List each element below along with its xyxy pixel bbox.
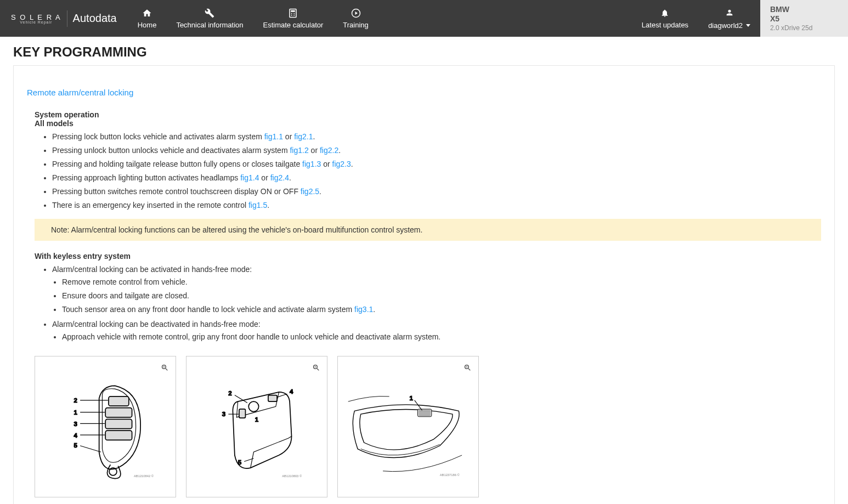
svg-rect-8 [105, 407, 132, 417]
zoom-icon[interactable] [461, 361, 474, 374]
svg-rect-10 [105, 431, 132, 440]
fig-link[interactable]: fig3.1 [354, 305, 373, 314]
list-item: Pressing and holding tailgate release bu… [52, 157, 821, 171]
content-pane: Remote alarm/central locking System oper… [13, 65, 835, 504]
vehicle-make: BMW [770, 5, 838, 14]
nav-estimate[interactable]: Estimate calculator [253, 0, 333, 37]
section-link-remote-alarm[interactable]: Remote alarm/central locking [27, 88, 821, 97]
svg-point-3 [294, 13, 295, 14]
list-item: There is an emergency key inserted in th… [52, 199, 821, 212]
svg-text:AB1210842 ©: AB1210842 © [134, 474, 154, 478]
logo-solera: S O L E R A Vehicle Repair [11, 13, 61, 24]
main-nav: Home Technical information Estimate calc… [128, 0, 378, 37]
list-item: Approach vehicle with remote control, gr… [62, 330, 821, 344]
nav-tech-label: Technical information [176, 21, 243, 29]
svg-rect-9 [105, 419, 132, 428]
nav-user-label: diagworld2 [708, 21, 743, 30]
figure-frame[interactable]: 2 3 1 4 5 AB1210803 © [186, 356, 327, 497]
fig-link[interactable]: fig1.1 [264, 132, 283, 141]
svg-rect-7 [109, 397, 129, 406]
keyless-list: Alarm/central locking can be activated i… [27, 263, 821, 345]
header-right: Latest updates diagworld2 BMW X5 2.0 xDr… [632, 0, 848, 37]
home-icon [142, 8, 152, 19]
figure-2: 2 3 1 4 5 AB1210803 © Fig. fig2 [186, 356, 327, 504]
list-item: Pressing approach lighting button activa… [52, 171, 821, 185]
svg-text:5: 5 [74, 442, 77, 449]
logo-divider [67, 10, 67, 27]
nav-home[interactable]: Home [128, 0, 167, 37]
svg-point-4 [291, 15, 292, 16]
fig-link[interactable]: fig2.1 [294, 132, 313, 141]
fig-link[interactable]: fig2.5 [301, 187, 319, 196]
svg-text:1: 1 [74, 409, 77, 416]
logo-autodata: Autodata [73, 12, 117, 25]
fig-link[interactable]: fig2.2 [320, 146, 338, 155]
nav-tech[interactable]: Technical information [166, 0, 253, 37]
figure-frame[interactable]: 2 1 3 4 5 AB1210842 © [35, 356, 176, 497]
fig-link[interactable]: fig1.3 [302, 160, 321, 168]
zoom-icon[interactable] [309, 361, 323, 374]
vehicle-panel[interactable]: BMW X5 2.0 xDrive 25d [760, 0, 848, 37]
svg-point-2 [291, 13, 292, 14]
svg-text:AB1210803 ©: AB1210803 © [282, 474, 302, 478]
figure-frame[interactable]: 1 AB1237186 © [337, 356, 479, 497]
svg-rect-1 [291, 10, 296, 12]
all-models-heading: All models [27, 119, 821, 128]
fig-link[interactable]: fig1.5 [248, 201, 267, 209]
logo-subtext: Vehicle Repair [20, 20, 52, 24]
svg-text:4: 4 [290, 388, 293, 395]
nav-estimate-label: Estimate calculator [263, 21, 324, 29]
text: Alarm/central locking can be activated i… [52, 265, 252, 274]
svg-text:1: 1 [255, 416, 259, 423]
note-box: Note: Alarm/central locking functions ca… [35, 219, 821, 241]
nav-training[interactable]: Training [333, 0, 378, 37]
system-operation-heading: System operation [27, 110, 821, 119]
bullet-list: Pressing lock button locks vehicle and a… [27, 130, 821, 212]
fig-link[interactable]: fig2.3 [332, 160, 351, 168]
svg-rect-24 [268, 395, 277, 401]
list-item: Ensure doors and tailgate are closed. [62, 289, 821, 303]
fig1-diagram: 2 1 3 4 5 AB1210842 © [42, 364, 168, 490]
page-title: KEY PROGRAMMING [0, 37, 848, 65]
svg-text:5: 5 [238, 459, 241, 466]
user-icon [708, 7, 750, 18]
main-header: S O L E R A Vehicle Repair Autodata Home… [0, 0, 848, 37]
svg-text:1: 1 [409, 395, 413, 401]
svg-text:AB1237186 ©: AB1237186 © [440, 473, 460, 477]
svg-text:3: 3 [222, 410, 225, 417]
figure-3: 1 AB1237186 © Fig. fig3 [337, 356, 479, 504]
list-item: Touch sensor area on any front door hand… [62, 303, 821, 316]
svg-text:2: 2 [74, 397, 77, 404]
vehicle-model: X5 [770, 14, 838, 24]
list-item: Pressing button switches remote control … [52, 185, 821, 199]
svg-text:4: 4 [74, 432, 77, 439]
wrench-icon [205, 8, 214, 19]
fig2-diagram: 2 3 1 4 5 AB1210803 © [194, 364, 320, 490]
keyless-heading: With keyless entry system [27, 252, 821, 261]
list-item: Pressing lock button locks vehicle and a… [52, 130, 821, 144]
vehicle-variant: 2.0 xDrive 25d [770, 24, 838, 32]
svg-point-5 [294, 15, 295, 16]
keyless-deactivate-intro: Alarm/central locking can be deactivated… [52, 318, 821, 345]
list-item: Pressing unlock button unlocks vehicle a… [52, 144, 821, 157]
svg-text:3: 3 [74, 421, 77, 427]
nav-training-label: Training [343, 21, 368, 29]
text: Alarm/central locking can be deactivated… [52, 320, 261, 329]
nav-user[interactable]: diagworld2 [698, 0, 760, 37]
svg-line-20 [80, 446, 101, 452]
fig3-diagram: 1 AB1237186 © [345, 364, 471, 490]
fig-link[interactable]: fig1.2 [290, 146, 308, 155]
play-icon [351, 8, 361, 19]
figures-row: 2 1 3 4 5 AB1210842 © Fig. fig1 [27, 356, 821, 504]
zoom-icon[interactable] [158, 361, 171, 374]
calculator-icon [289, 8, 297, 19]
figure-1: 2 1 3 4 5 AB1210842 © Fig. fig1 [35, 356, 176, 504]
svg-text:2: 2 [228, 389, 231, 396]
logo-area: S O L E R A Vehicle Repair Autodata [0, 0, 128, 37]
svg-point-23 [248, 401, 258, 411]
nav-updates[interactable]: Latest updates [632, 0, 698, 37]
list-item: Remove remote control from vehicle. [62, 275, 821, 289]
svg-rect-25 [239, 409, 246, 418]
fig-link[interactable]: fig2.4 [270, 173, 289, 182]
fig-link[interactable]: fig1.4 [240, 173, 259, 182]
